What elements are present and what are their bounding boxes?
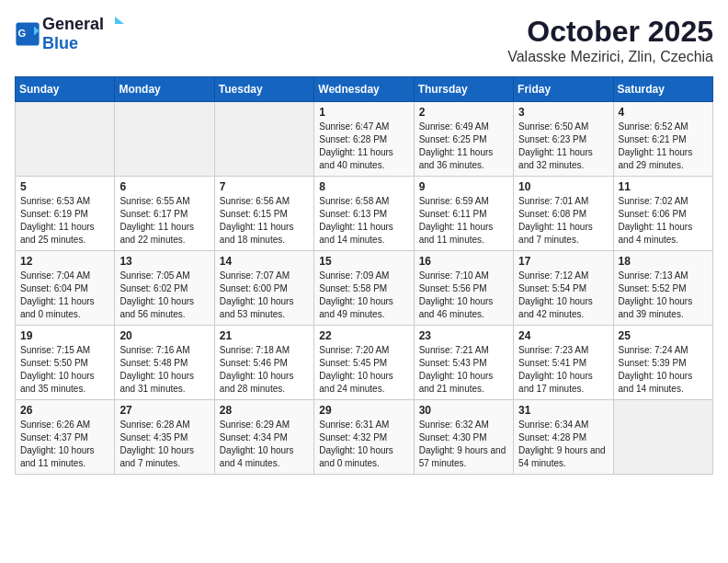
day-number: 17 (518, 255, 608, 268)
calendar-week-row: 5Sunrise: 6:53 AM Sunset: 6:19 PM Daylig… (16, 177, 713, 251)
cell-content: Sunrise: 7:24 AM Sunset: 5:39 PM Dayligh… (619, 344, 708, 396)
day-number: 27 (119, 404, 209, 417)
weekday-header-row: SundayMondayTuesdayWednesdayThursdayFrid… (16, 77, 713, 102)
calendar-cell: 20Sunrise: 7:16 AM Sunset: 5:48 PM Dayli… (115, 326, 214, 400)
calendar-table: SundayMondayTuesdayWednesdayThursdayFrid… (15, 76, 713, 475)
calendar-cell: 23Sunrise: 7:21 AM Sunset: 5:43 PM Dayli… (414, 326, 513, 400)
weekday-header-cell: Sunday (16, 77, 115, 102)
cell-content: Sunrise: 6:56 AM Sunset: 6:15 PM Dayligh… (220, 195, 309, 247)
calendar-cell: 29Sunrise: 6:31 AM Sunset: 4:32 PM Dayli… (314, 400, 414, 475)
weekday-header-cell: Friday (514, 77, 613, 102)
page-header: G General Blue October 2025 Valasske Mez… (15, 15, 713, 65)
cell-content: Sunrise: 7:09 AM Sunset: 5:58 PM Dayligh… (319, 270, 408, 321)
day-number: 22 (319, 329, 408, 342)
cell-content: Sunrise: 6:31 AM Sunset: 4:32 PM Dayligh… (319, 419, 408, 470)
day-number: 18 (619, 255, 708, 268)
calendar-cell: 8Sunrise: 6:58 AM Sunset: 6:13 PM Daylig… (314, 177, 414, 251)
day-number: 15 (319, 255, 408, 268)
calendar-cell: 4Sunrise: 6:52 AM Sunset: 6:21 PM Daylig… (613, 102, 712, 177)
cell-content: Sunrise: 7:18 AM Sunset: 5:46 PM Dayligh… (220, 344, 309, 396)
calendar-cell: 9Sunrise: 6:59 AM Sunset: 6:11 PM Daylig… (414, 177, 513, 251)
weekday-header-cell: Thursday (414, 77, 513, 102)
day-number: 25 (619, 329, 708, 342)
weekday-header-cell: Monday (115, 77, 214, 102)
calendar-cell: 31Sunrise: 6:34 AM Sunset: 4:28 PM Dayli… (514, 400, 613, 475)
svg-text:G: G (18, 28, 27, 39)
day-number: 21 (220, 329, 309, 342)
cell-content: Sunrise: 7:10 AM Sunset: 5:56 PM Dayligh… (419, 270, 508, 321)
calendar-cell: 6Sunrise: 6:55 AM Sunset: 6:17 PM Daylig… (115, 177, 214, 251)
cell-content: Sunrise: 6:34 AM Sunset: 4:28 PM Dayligh… (518, 419, 608, 470)
logo-icon: G (15, 21, 40, 47)
cell-content: Sunrise: 7:23 AM Sunset: 5:41 PM Dayligh… (518, 344, 608, 396)
cell-content: Sunrise: 7:21 AM Sunset: 5:43 PM Dayligh… (419, 344, 508, 396)
calendar-week-row: 19Sunrise: 7:15 AM Sunset: 5:50 PM Dayli… (16, 326, 713, 400)
day-number: 14 (220, 255, 309, 268)
day-number: 23 (419, 329, 508, 342)
day-number: 30 (419, 404, 508, 417)
calendar-cell: 24Sunrise: 7:23 AM Sunset: 5:41 PM Dayli… (514, 326, 613, 400)
cell-content: Sunrise: 7:04 AM Sunset: 6:04 PM Dayligh… (20, 270, 109, 321)
calendar-cell: 13Sunrise: 7:05 AM Sunset: 6:02 PM Dayli… (115, 251, 214, 326)
calendar-cell: 16Sunrise: 7:10 AM Sunset: 5:56 PM Dayli… (414, 251, 513, 326)
calendar-cell (115, 102, 214, 177)
cell-content: Sunrise: 7:12 AM Sunset: 5:54 PM Dayligh… (518, 270, 608, 321)
cell-content: Sunrise: 6:29 AM Sunset: 4:34 PM Dayligh… (220, 419, 309, 470)
logo-blue: Blue (42, 34, 126, 53)
day-number: 4 (619, 106, 708, 119)
cell-content: Sunrise: 6:53 AM Sunset: 6:19 PM Dayligh… (20, 195, 109, 247)
calendar-week-row: 1Sunrise: 6:47 AM Sunset: 6:28 PM Daylig… (16, 102, 713, 177)
cell-content: Sunrise: 6:26 AM Sunset: 4:37 PM Dayligh… (20, 419, 109, 470)
cell-content: Sunrise: 6:55 AM Sunset: 6:17 PM Dayligh… (119, 195, 209, 247)
logo-bird-icon (106, 15, 124, 29)
cell-content: Sunrise: 6:28 AM Sunset: 4:35 PM Dayligh… (119, 419, 209, 470)
calendar-cell: 22Sunrise: 7:20 AM Sunset: 5:45 PM Dayli… (314, 326, 414, 400)
calendar-cell: 12Sunrise: 7:04 AM Sunset: 6:04 PM Dayli… (16, 251, 115, 326)
calendar-cell: 25Sunrise: 7:24 AM Sunset: 5:39 PM Dayli… (613, 326, 712, 400)
calendar-cell: 7Sunrise: 6:56 AM Sunset: 6:15 PM Daylig… (214, 177, 313, 251)
svg-marker-3 (115, 17, 124, 24)
logo-general: General (42, 15, 104, 34)
calendar-cell: 28Sunrise: 6:29 AM Sunset: 4:34 PM Dayli… (214, 400, 313, 475)
weekday-header-cell: Tuesday (214, 77, 313, 102)
day-number: 12 (20, 255, 109, 268)
calendar-cell: 2Sunrise: 6:49 AM Sunset: 6:25 PM Daylig… (414, 102, 513, 177)
calendar-cell: 14Sunrise: 7:07 AM Sunset: 6:00 PM Dayli… (214, 251, 313, 326)
calendar-cell (613, 400, 712, 475)
calendar-cell: 3Sunrise: 6:50 AM Sunset: 6:23 PM Daylig… (514, 102, 613, 177)
cell-content: Sunrise: 6:58 AM Sunset: 6:13 PM Dayligh… (319, 195, 408, 247)
day-number: 11 (619, 180, 708, 193)
day-number: 9 (419, 180, 508, 193)
cell-content: Sunrise: 7:01 AM Sunset: 6:08 PM Dayligh… (518, 195, 608, 247)
cell-content: Sunrise: 6:49 AM Sunset: 6:25 PM Dayligh… (419, 121, 508, 172)
calendar-cell: 11Sunrise: 7:02 AM Sunset: 6:06 PM Dayli… (613, 177, 712, 251)
day-number: 20 (119, 329, 209, 342)
day-number: 3 (518, 106, 608, 119)
cell-content: Sunrise: 7:16 AM Sunset: 5:48 PM Dayligh… (119, 344, 209, 396)
cell-content: Sunrise: 7:20 AM Sunset: 5:45 PM Dayligh… (319, 344, 408, 396)
day-number: 19 (20, 329, 109, 342)
day-number: 16 (419, 255, 508, 268)
calendar-cell: 10Sunrise: 7:01 AM Sunset: 6:08 PM Dayli… (514, 177, 613, 251)
day-number: 10 (518, 180, 608, 193)
cell-content: Sunrise: 7:05 AM Sunset: 6:02 PM Dayligh… (119, 270, 209, 321)
title-block: October 2025 Valasske Mezirici, Zlin, Cz… (507, 15, 713, 65)
calendar-cell (16, 102, 115, 177)
day-number: 5 (20, 180, 109, 193)
day-number: 24 (518, 329, 608, 342)
day-number: 29 (319, 404, 408, 417)
cell-content: Sunrise: 6:47 AM Sunset: 6:28 PM Dayligh… (319, 121, 408, 172)
cell-content: Sunrise: 7:02 AM Sunset: 6:06 PM Dayligh… (619, 195, 708, 247)
calendar-cell: 21Sunrise: 7:18 AM Sunset: 5:46 PM Dayli… (214, 326, 313, 400)
calendar-cell: 15Sunrise: 7:09 AM Sunset: 5:58 PM Dayli… (314, 251, 414, 326)
calendar-week-row: 26Sunrise: 6:26 AM Sunset: 4:37 PM Dayli… (16, 400, 713, 475)
day-number: 7 (220, 180, 309, 193)
location-title: Valasske Mezirici, Zlin, Czechia (507, 49, 713, 65)
calendar-cell: 1Sunrise: 6:47 AM Sunset: 6:28 PM Daylig… (314, 102, 414, 177)
calendar-cell: 18Sunrise: 7:13 AM Sunset: 5:52 PM Dayli… (613, 251, 712, 326)
calendar-cell: 17Sunrise: 7:12 AM Sunset: 5:54 PM Dayli… (514, 251, 613, 326)
calendar-cell: 19Sunrise: 7:15 AM Sunset: 5:50 PM Dayli… (16, 326, 115, 400)
cell-content: Sunrise: 6:59 AM Sunset: 6:11 PM Dayligh… (419, 195, 508, 247)
cell-content: Sunrise: 6:50 AM Sunset: 6:23 PM Dayligh… (518, 121, 608, 172)
day-number: 28 (220, 404, 309, 417)
